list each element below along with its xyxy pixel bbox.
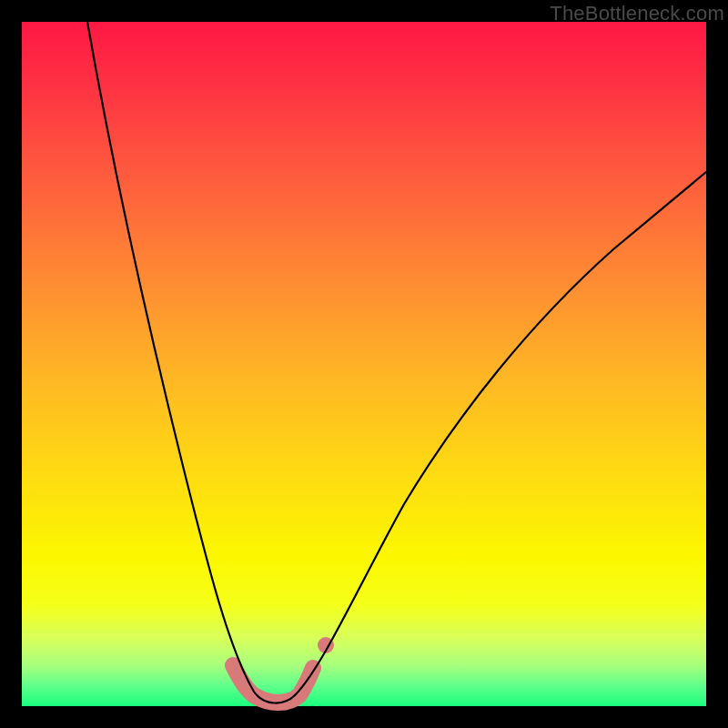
chart-frame <box>22 22 706 706</box>
trough-highlight <box>233 665 313 703</box>
watermark-text: TheBottleneck.com <box>550 2 724 25</box>
bottleneck-curve-svg <box>22 22 706 706</box>
bottleneck-curve-path <box>87 22 706 703</box>
